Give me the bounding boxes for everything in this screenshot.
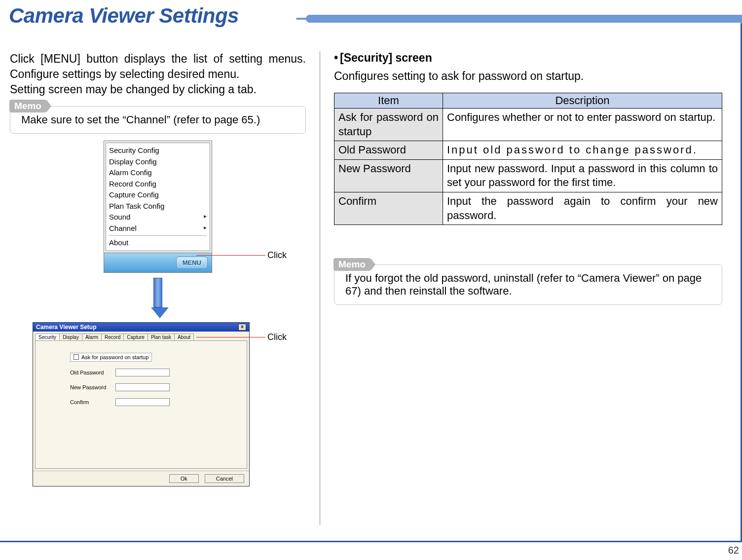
menu-item-channel[interactable]: Channel: [109, 223, 207, 234]
cancel-button[interactable]: Cancel: [205, 474, 244, 483]
table-row: Confirm Input the password again to conf…: [334, 192, 722, 225]
menu-item[interactable]: Alarm Config: [109, 167, 207, 179]
new-password-input[interactable]: [115, 383, 170, 391]
ask-password-label: Ask for password on startup: [81, 354, 148, 360]
old-password-input[interactable]: [115, 369, 170, 376]
intro-paragraph-2: Setting screen may be changed by clickin…: [10, 82, 306, 97]
tab-about[interactable]: About: [174, 334, 194, 340]
memo-label: Memo: [334, 258, 371, 271]
menu-item[interactable]: Plan Task Config: [109, 201, 207, 212]
close-icon[interactable]: ×: [238, 324, 246, 331]
ask-password-option[interactable]: Ask for password on startup: [70, 353, 152, 362]
setup-dialog-screenshot: Camera Viewer Setup × Security Display A…: [33, 322, 250, 486]
tab-plan-task[interactable]: Plan task: [148, 334, 175, 340]
security-description: Configures setting to ask for password o…: [334, 69, 722, 84]
menu-item[interactable]: Capture Config: [109, 189, 207, 201]
table-row: Ask for password on startup Configures w…: [334, 109, 722, 141]
memo-label: Memo: [9, 100, 46, 112]
menu-item[interactable]: Display Config: [109, 156, 207, 168]
down-arrow-icon: [151, 278, 165, 318]
memo-text: If you forgot the old password, uninstal…: [345, 272, 713, 298]
click-label-2: Click: [267, 332, 287, 342]
footer-rule: [0, 541, 742, 542]
checkbox-icon[interactable]: [74, 354, 79, 360]
new-password-label: New Password: [70, 384, 110, 390]
memo-box-forgot: Memo If you forgot the old password, uni…: [334, 264, 722, 305]
menu-item-sound[interactable]: Sound: [109, 212, 207, 223]
tab-capture[interactable]: Capture: [123, 334, 148, 340]
table-row: Old Password Input old password to chang…: [334, 141, 722, 160]
tab-record[interactable]: Record: [101, 334, 124, 340]
old-password-label: Old Password: [70, 370, 110, 375]
menu-item[interactable]: Security Config: [109, 145, 207, 156]
intro-paragraph-1: Click [MENU] button displays the list of…: [10, 51, 306, 82]
confirm-input[interactable]: [115, 398, 170, 406]
tab-alarm[interactable]: Alarm: [82, 334, 102, 340]
header-rule: [0, 15, 742, 24]
memo-text: Make sure to set the “Channel” (refer to…: [21, 113, 297, 126]
security-table: Item Description Ask for password on sta…: [334, 93, 722, 225]
table-header-description: Description: [443, 93, 722, 109]
menu-button[interactable]: MENU: [176, 257, 208, 269]
table-header-item: Item: [334, 93, 443, 109]
context-menu-screenshot: Security Config Display Config Alarm Con…: [104, 141, 212, 273]
leader-line: [196, 255, 265, 256]
confirm-label: Confirm: [70, 399, 110, 405]
page-number: 62: [728, 545, 739, 556]
menu-item[interactable]: Record Config: [109, 179, 207, 190]
dialog-title: Camera Viewer Setup: [36, 324, 97, 331]
tab-security[interactable]: Security: [35, 334, 60, 340]
click-label-1: Click: [267, 250, 287, 261]
leader-line: [196, 337, 265, 337]
menu-item-about[interactable]: About: [109, 237, 207, 249]
table-row: New Password Input new password. Input a…: [334, 159, 722, 192]
column-divider: [320, 51, 320, 525]
tab-display[interactable]: Display: [59, 334, 82, 340]
ok-button[interactable]: Ok: [169, 474, 199, 483]
memo-box-channel: Memo Make sure to set the “Channel” (ref…: [10, 106, 306, 134]
security-heading: •[Security] screen: [334, 51, 722, 65]
